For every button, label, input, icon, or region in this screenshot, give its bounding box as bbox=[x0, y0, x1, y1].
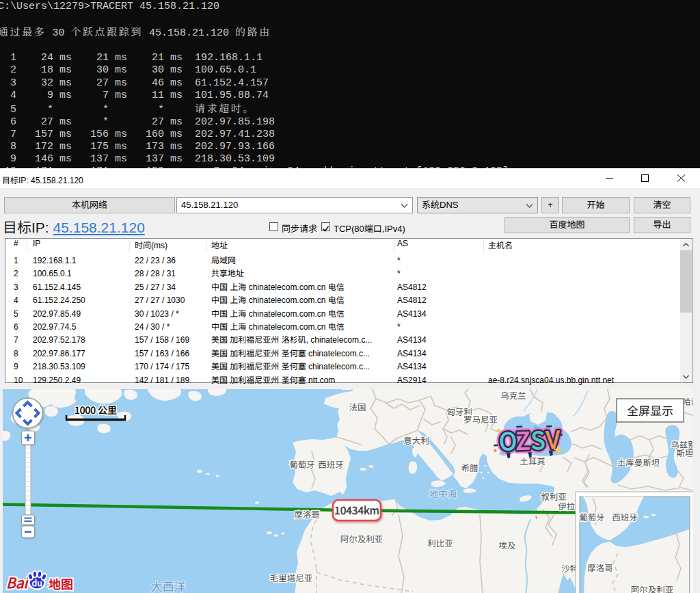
svg-text:摩洛哥: 摩洛哥 bbox=[587, 561, 613, 574]
svg-text:葡萄牙: 葡萄牙 bbox=[289, 458, 315, 471]
svg-text:大西洋: 大西洋 bbox=[151, 577, 186, 593]
svg-text:阿尔及利亚: 阿尔及利亚 bbox=[631, 583, 674, 593]
svg-text:全屏显示: 全屏显示 bbox=[627, 401, 673, 419]
svg-text:S: S bbox=[530, 421, 546, 456]
svg-text:10434km: 10434km bbox=[334, 502, 379, 517]
svg-text:1000 公里: 1000 公里 bbox=[75, 403, 117, 417]
svg-text:土库曼斯坦: 土库曼斯坦 bbox=[617, 456, 660, 469]
svg-text:du: du bbox=[32, 576, 42, 589]
svg-text:利比亚: 利比亚 bbox=[427, 536, 453, 549]
svg-text:意大利: 意大利 bbox=[403, 434, 429, 447]
svg-text:Bai: Bai bbox=[6, 572, 30, 592]
svg-text:地图: 地图 bbox=[49, 575, 73, 592]
svg-text:法国: 法国 bbox=[349, 400, 366, 413]
svg-text:毛里塔尼亚: 毛里塔尼亚 bbox=[270, 571, 313, 584]
svg-text:罗马尼亚: 罗马尼亚 bbox=[463, 412, 498, 425]
svg-text:乌克兰: 乌克兰 bbox=[500, 389, 526, 401]
svg-text:葡萄牙: 葡萄牙 bbox=[579, 510, 605, 523]
svg-text:希腊: 希腊 bbox=[461, 461, 479, 474]
svg-text:地中海: 地中海 bbox=[429, 486, 457, 500]
svg-text:西班牙: 西班牙 bbox=[318, 458, 344, 471]
svg-text:西班牙: 西班牙 bbox=[612, 510, 638, 523]
svg-text:摩洛哥: 摩洛哥 bbox=[294, 508, 320, 520]
svg-text:斯坦: 斯坦 bbox=[676, 446, 692, 459]
svg-text:O: O bbox=[498, 422, 517, 458]
svg-text:阿尔及利亚: 阿尔及利亚 bbox=[340, 532, 383, 545]
svg-text:埃及: 埃及 bbox=[498, 538, 516, 551]
